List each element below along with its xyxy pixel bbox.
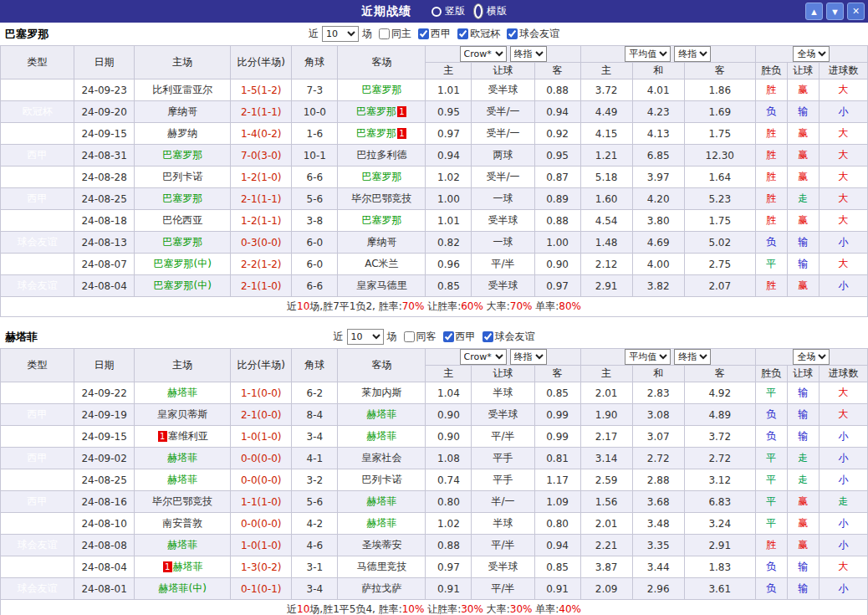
away-team[interactable]: 皇家社会 (338, 448, 426, 469)
odds-away: 0.88 (534, 210, 580, 232)
away-team[interactable]: 巴塞罗那1 (338, 101, 426, 123)
result-goals: 大 (819, 556, 867, 578)
home-team[interactable]: 巴塞罗那 (135, 145, 231, 167)
away-team[interactable]: 圣埃蒂安 (338, 535, 426, 556)
recent-results-panel: 近期战绩 竖版横版 ▲ ▼ × 巴塞罗那近10场同主西甲欧冠杯球会友谊类型日期主… (0, 0, 868, 615)
checkbox-input[interactable] (457, 28, 468, 39)
avg-draw: 4.00 (632, 254, 684, 275)
filter-checkbox[interactable]: 同主 (379, 27, 411, 41)
filter-checkbox[interactable]: 欧冠杯 (457, 27, 500, 41)
scroll-up-button[interactable]: ▲ (805, 3, 823, 20)
checkbox-input[interactable] (507, 28, 518, 39)
avg-select-1[interactable]: 终指 (674, 46, 711, 62)
home-team[interactable]: 巴伦西亚 (135, 210, 231, 232)
match-count-select[interactable]: 10 (322, 26, 359, 42)
home-team[interactable]: 1塞维利亚 (135, 426, 231, 448)
home-team[interactable]: 比利亚雷亚尔 (135, 79, 231, 101)
match-count-select[interactable]: 10 (347, 329, 384, 345)
score: 2-2(1-2) (231, 254, 292, 275)
home-team[interactable]: 毕尔巴鄂竞技 (135, 491, 231, 513)
home-team[interactable]: 南安普敦 (135, 513, 231, 535)
result-handicap: 输 (787, 101, 819, 123)
checkbox-label: 西甲 (456, 330, 476, 344)
near-label: 近 (334, 330, 344, 344)
filter-checkbox[interactable]: 球会友谊 (483, 330, 535, 344)
checkbox-input[interactable] (483, 331, 493, 342)
team-label: 巴拉多利德 (356, 149, 406, 161)
away-team[interactable]: 萨拉戈萨 (338, 578, 426, 600)
home-team[interactable]: 巴塞罗那(中) (135, 254, 231, 275)
layout-radio-selected[interactable]: 横版 (473, 3, 507, 19)
scope-select-0[interactable]: 全场 (793, 349, 830, 365)
away-team[interactable]: 巴塞罗那 (338, 167, 426, 188)
filter-checkbox[interactable]: 西甲 (418, 27, 451, 41)
checkbox-input[interactable] (379, 28, 390, 39)
away-team[interactable]: 赫塔菲 (338, 491, 426, 513)
odds-handicap: 一球 (472, 232, 534, 254)
away-team[interactable]: 巴列卡诺 (338, 469, 426, 491)
corner-score: 3-8 (292, 210, 338, 232)
competition-badge: 西甲 (1, 79, 74, 101)
home-team[interactable]: 巴列卡诺 (135, 167, 231, 188)
odds-home: 0.95 (426, 101, 472, 123)
filter-checkbox[interactable]: 球会友谊 (507, 27, 559, 41)
scope-select-0[interactable]: 全场 (793, 46, 830, 62)
result-outcome: 平 (755, 382, 787, 404)
home-team[interactable]: 赫塔菲 (135, 469, 231, 491)
sub-column-header: 客 (534, 366, 580, 382)
away-team[interactable]: 赫塔菲 (338, 513, 426, 535)
close-button[interactable]: × (847, 3, 865, 20)
away-team[interactable]: 巴塞罗那 (338, 210, 426, 232)
home-team[interactable]: 赫罗纳 (135, 123, 231, 145)
avg-select-0[interactable]: 平均值 (625, 349, 671, 365)
odds-select-0[interactable]: Crow* (460, 46, 507, 62)
team-label: 巴塞罗那 (356, 105, 396, 117)
away-team[interactable]: 巴塞罗那1 (338, 123, 426, 145)
filter-checkbox[interactable]: 同客 (404, 330, 437, 344)
home-team[interactable]: 1赫塔菲 (135, 556, 231, 578)
odds-home: 0.82 (426, 232, 472, 254)
odds-select-1[interactable]: 终指 (510, 46, 547, 62)
away-team[interactable]: 皇家马德里 (338, 275, 426, 297)
home-team[interactable]: 巴塞罗那 (135, 188, 231, 210)
home-team[interactable]: 摩纳哥 (135, 101, 231, 123)
home-team[interactable]: 赫塔菲 (135, 535, 231, 556)
avg-select-1[interactable]: 终指 (674, 349, 711, 365)
home-team[interactable]: 巴塞罗那 (135, 232, 231, 254)
avg-draw: 4.01 (632, 79, 684, 101)
scroll-down-button[interactable]: ▼ (826, 3, 844, 20)
score: 7-0(3-0) (231, 145, 292, 167)
team-label: 巴塞罗那 (361, 214, 401, 226)
away-team[interactable]: AC米兰 (338, 254, 426, 275)
odds-handicap: 平手 (472, 448, 534, 469)
home-team[interactable]: 赫塔菲(中) (135, 578, 231, 600)
sub-column-header: 主 (426, 366, 472, 382)
sections-container: 巴塞罗那近10场同主西甲欧冠杯球会友谊类型日期主场比分(半场)角球客场Crow*… (0, 23, 868, 615)
home-team[interactable]: 巴塞罗那(中) (135, 275, 231, 297)
away-team[interactable]: 毕尔巴鄂竞技 (338, 188, 426, 210)
away-team[interactable]: 摩纳哥 (338, 232, 426, 254)
home-team[interactable]: 赫塔菲 (135, 448, 231, 469)
away-team[interactable]: 巴塞罗那 (338, 79, 426, 101)
away-team[interactable]: 马德里竞技 (338, 556, 426, 578)
checkbox-input[interactable] (404, 331, 415, 342)
home-team[interactable]: 皇家贝蒂斯 (135, 404, 231, 426)
odds-away: 0.91 (534, 578, 580, 600)
checkbox-input[interactable] (418, 28, 429, 39)
checkbox-input[interactable] (443, 331, 454, 342)
away-team[interactable]: 赫塔菲 (338, 426, 426, 448)
odds-home: 1.01 (426, 210, 472, 232)
away-team[interactable]: 巴拉多利德 (338, 145, 426, 167)
odds-select-0[interactable]: Crow* (460, 349, 507, 365)
filter-checkbox[interactable]: 西甲 (443, 330, 476, 344)
odds-select-1[interactable]: 终指 (510, 349, 547, 365)
layout-radio-option[interactable]: 竖版 (431, 4, 465, 18)
avg-away: 2.72 (684, 448, 755, 469)
result-outcome: 胜 (755, 188, 787, 210)
away-team[interactable]: 莱加内斯 (338, 382, 426, 404)
result-handicap: 赢 (787, 79, 819, 101)
away-team[interactable]: 赫塔菲 (338, 404, 426, 426)
avg-select-0[interactable]: 平均值 (625, 46, 671, 62)
summary-row: 近10场,胜7平1负2, 胜率:70% 让胜率:60% 大率:70% 单率:80… (1, 297, 868, 317)
home-team[interactable]: 赫塔菲 (135, 382, 231, 404)
